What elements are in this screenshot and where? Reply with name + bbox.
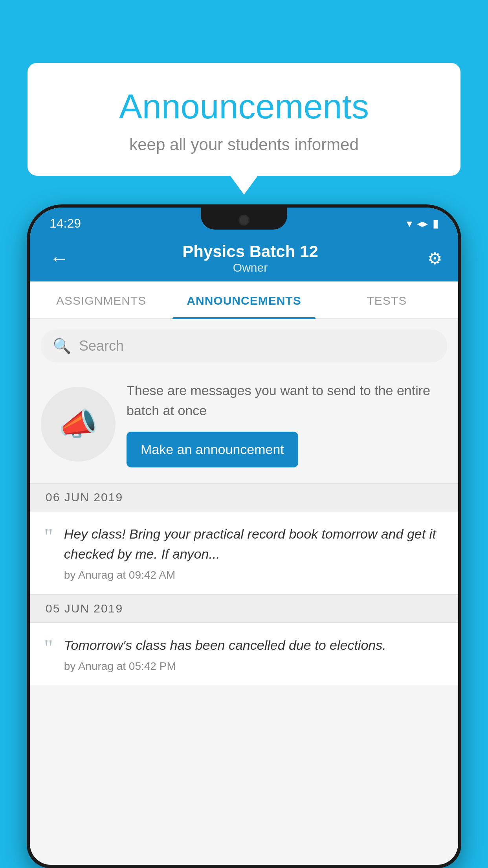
announcement-meta-1: by Anurag at 09:42 AM [64,569,444,581]
bubble-title: Announcements [43,86,445,127]
announcement-item-1[interactable]: " Hey class! Bring your practical record… [30,511,458,594]
announcement-intro-card: Announcements keep all your students inf… [28,63,460,176]
status-time: 14:29 [50,216,81,231]
announcement-body-1: Hey class! Bring your practical record b… [64,524,444,581]
header-center: Physics Batch 12 Owner [182,242,318,274]
settings-button[interactable]: ⚙ [427,249,442,268]
phone-notch [201,208,287,230]
wifi-icon: ▾ [407,217,412,230]
quote-icon-2: " [44,637,53,659]
tab-tests[interactable]: TESTS [316,281,458,318]
promo-content: These are messages you want to send to t… [127,381,447,467]
phone-screen: 14:29 ▾ ◂▸ ▮ ← Physics Batch 12 Owner ⚙ … [30,208,458,865]
make-announcement-button[interactable]: Make an announcement [127,432,298,467]
megaphone-circle: 📣 [41,387,116,462]
date-separator-2: 05 JUN 2019 [30,594,458,623]
quote-icon-1: " [44,526,53,548]
announcement-meta-2: by Anurag at 05:42 PM [64,660,444,673]
tab-assignments[interactable]: ASSIGNMENTS [30,281,172,318]
bubble-subtitle: keep all your students informed [43,135,445,154]
camera-cutout [238,215,250,226]
tab-announcements[interactable]: ANNOUNCEMENTS [172,281,315,318]
date-separator-1: 06 JUN 2019 [30,483,458,511]
batch-name: Physics Batch 12 [182,242,318,261]
announcement-item-2[interactable]: " Tomorrow's class has been cancelled du… [30,623,458,685]
megaphone-icon: 📣 [59,406,98,443]
app-header: ← Physics Batch 12 Owner ⚙ [30,235,458,281]
promo-description: These are messages you want to send to t… [127,381,447,421]
battery-icon: ▮ [433,217,438,230]
search-placeholder: Search [79,338,124,354]
announcement-message-1: Hey class! Bring your practical record b… [64,524,444,564]
user-role: Owner [182,261,318,274]
phone-mockup: 14:29 ▾ ◂▸ ▮ ← Physics Batch 12 Owner ⚙ … [27,204,461,868]
status-icons: ▾ ◂▸ ▮ [407,217,438,230]
announcement-body-2: Tomorrow's class has been cancelled due … [64,635,444,673]
search-bar[interactable]: 🔍 Search [41,329,447,362]
announcement-message-2: Tomorrow's class has been cancelled due … [64,635,444,655]
back-button[interactable]: ← [46,243,73,274]
search-icon: 🔍 [53,337,71,355]
signal-icon: ◂▸ [417,217,428,230]
announcement-promo: 📣 These are messages you want to send to… [30,373,458,483]
tab-bar: ASSIGNMENTS ANNOUNCEMENTS TESTS [30,281,458,319]
